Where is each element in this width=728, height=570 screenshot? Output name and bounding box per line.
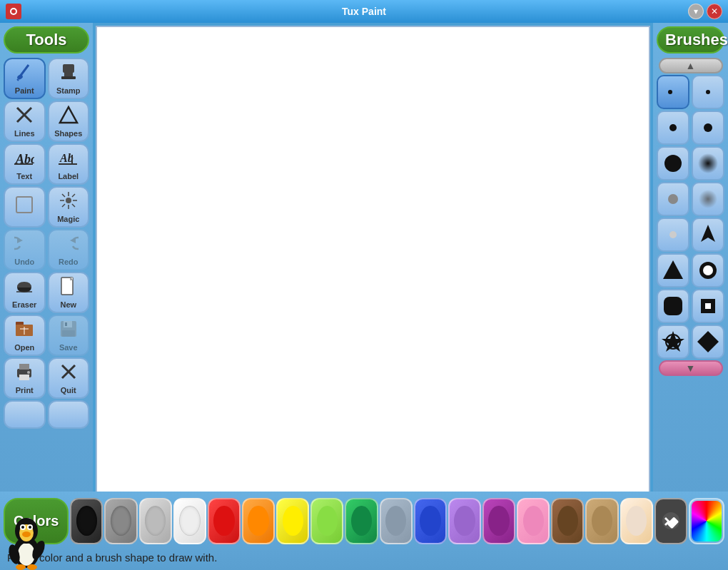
undo-button[interactable]: Undo — [4, 229, 46, 270]
new-icon — [59, 276, 79, 299]
brush-gray-md[interactable] — [692, 182, 724, 216]
label-button[interactable]: Ab Label — [48, 143, 90, 185]
brush-square-outline[interactable] — [692, 289, 724, 323]
svg-line-22 — [62, 194, 65, 197]
titlebar: Tux Paint ▾ ✕ — [0, 0, 728, 23]
color-orange[interactable] — [242, 498, 275, 544]
svg-rect-41 — [65, 322, 67, 326]
color-light-gray[interactable] — [139, 498, 172, 544]
color-white[interactable] — [173, 498, 206, 544]
brush-scroll-down[interactable]: ▼ — [659, 360, 723, 376]
save-button[interactable]: Save — [48, 315, 90, 356]
brush-scroll-up[interactable]: ▲ — [659, 58, 723, 73]
undo-icon — [14, 233, 34, 256]
brush-row-2 — [657, 111, 724, 145]
titlebar-controls: ▾ ✕ — [688, 4, 722, 19]
magic-icon — [59, 190, 79, 213]
brush-row-3 — [657, 146, 724, 180]
svg-point-45 — [27, 371, 30, 374]
text-button[interactable]: Abc Text — [4, 143, 46, 185]
main-container: Tools Paint — [0, 23, 728, 570]
label-icon: Ab — [59, 148, 79, 171]
brush-arrow-up[interactable] — [692, 218, 724, 252]
svg-rect-16 — [59, 163, 77, 165]
brush-tiny-dot-2[interactable] — [692, 75, 724, 109]
svg-rect-13 — [14, 163, 33, 165]
brush-diamond[interactable] — [692, 325, 724, 359]
color-light-purple[interactable] — [448, 498, 481, 544]
tool-row-8: Print Quit — [4, 357, 89, 399]
color-yellow[interactable] — [276, 498, 309, 544]
close-button[interactable]: ✕ — [707, 4, 722, 19]
window-title: Tux Paint — [342, 6, 386, 17]
stamp-icon — [59, 62, 79, 85]
brush-medium-circle[interactable] — [657, 146, 689, 180]
open-icon — [14, 319, 34, 342]
color-eraser-special[interactable] — [654, 498, 687, 544]
svg-marker-66 — [697, 331, 719, 352]
color-black[interactable] — [70, 498, 103, 544]
color-red[interactable] — [208, 498, 241, 544]
lines-icon — [14, 105, 34, 128]
brush-tiny-dot-1[interactable] — [657, 75, 689, 109]
colors-row: Colors — [0, 492, 728, 549]
minimize-button[interactable]: ▾ — [688, 4, 704, 19]
svg-rect-43 — [19, 364, 29, 370]
shapes-button[interactable]: Shapes — [48, 101, 90, 142]
open-button[interactable]: Open — [4, 315, 46, 356]
text-icon: Abc — [14, 148, 34, 171]
brush-small-dot-1[interactable] — [657, 111, 689, 145]
svg-point-76 — [29, 526, 31, 529]
brush-circle-outline[interactable] — [692, 253, 724, 287]
color-pink[interactable] — [517, 498, 550, 544]
redo-button[interactable]: Redo — [48, 229, 90, 270]
stamp-button[interactable]: Stamp — [48, 58, 90, 99]
color-purple[interactable] — [482, 498, 515, 544]
brush-row-6 — [657, 253, 724, 287]
tool-row-1: Paint Stamp — [4, 58, 89, 99]
app-icon — [6, 4, 21, 19]
brush-triangle[interactable] — [657, 253, 689, 287]
svg-rect-6 — [63, 64, 74, 73]
color-gray-blue[interactable] — [380, 498, 413, 544]
magic-button[interactable]: Magic — [48, 186, 90, 228]
eraser-button[interactable]: Eraser — [4, 272, 46, 313]
tools-header: Tools — [4, 26, 89, 54]
print-label: Print — [16, 386, 34, 395]
new-label: New — [60, 300, 76, 309]
brush-gray-sm[interactable] — [657, 182, 689, 216]
magic-label: Magic — [57, 215, 79, 223]
svg-rect-8 — [61, 76, 76, 79]
tool-row-5: Undo Redo — [4, 229, 89, 270]
color-light-green[interactable] — [310, 498, 343, 544]
quit-button[interactable]: Quit — [48, 357, 90, 399]
brush-rounded-square[interactable] — [657, 289, 689, 323]
svg-point-79 — [27, 564, 37, 570]
empty-slot-2 — [48, 400, 90, 429]
lines-button[interactable]: Lines — [4, 101, 46, 142]
brush-star[interactable] — [657, 325, 689, 359]
paint-button[interactable]: Paint — [4, 58, 46, 99]
color-brown[interactable] — [551, 498, 584, 544]
color-peach[interactable] — [620, 498, 653, 544]
brush-light-sm[interactable] — [657, 218, 689, 252]
quit-icon — [59, 362, 79, 385]
new-button[interactable]: New — [48, 272, 90, 313]
svg-point-77 — [22, 531, 31, 537]
color-green[interactable] — [345, 498, 378, 544]
svg-point-52 — [664, 155, 682, 172]
brush-soft-circle[interactable] — [692, 146, 724, 180]
redo-icon — [59, 233, 79, 256]
text-label: Text — [16, 172, 32, 180]
svg-point-53 — [698, 153, 718, 173]
lines-label: Lines — [14, 129, 35, 138]
canvas-area[interactable] — [96, 26, 650, 567]
color-rainbow[interactable] — [689, 498, 724, 544]
brush-small-dot-2[interactable] — [692, 111, 724, 145]
color-dark-gray[interactable] — [104, 498, 137, 544]
fill-button[interactable] — [4, 186, 46, 228]
print-button[interactable]: Print — [4, 357, 46, 399]
color-blue[interactable] — [414, 498, 447, 544]
color-tan[interactable] — [585, 498, 618, 544]
bottom-section: Colors — [0, 492, 728, 570]
